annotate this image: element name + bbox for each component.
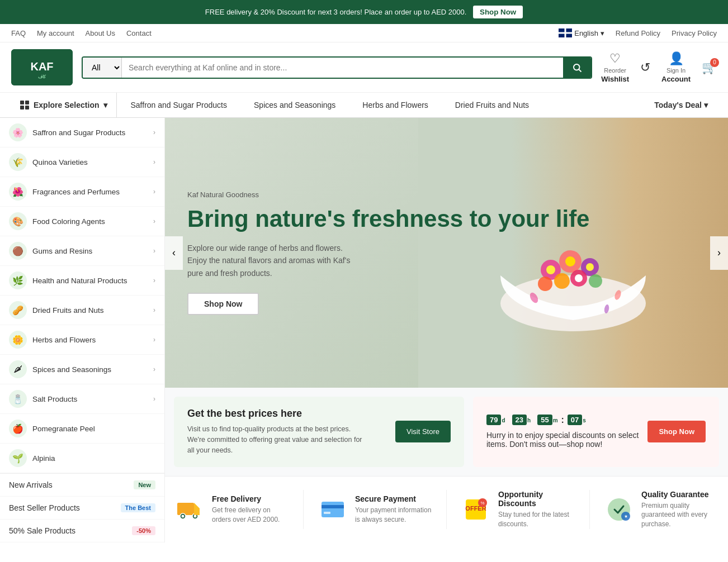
heart-icon: ♡ [609, 51, 621, 66]
hero-subtitle: Kaf Natural Goodness [187, 190, 706, 199]
cart-action[interactable]: 🛒 0 [702, 60, 717, 75]
search-category-select[interactable]: All [83, 58, 122, 78]
best-badge: The Best [121, 503, 155, 512]
sidebar-item-quinoa[interactable]: 🌾 Quinoa Varieties › [0, 147, 164, 177]
wishlist-action[interactable]: ♡ Reorder Wishlist [601, 51, 629, 83]
pomegranate-icon: 🍎 [9, 420, 27, 437]
sidebar-label-gums: Gums and Resins [32, 247, 148, 255]
secondary-nav-right: English ▾ Refund Policy Privacy Policy [559, 28, 717, 37]
sidebar-item-alpinia[interactable]: 🌱 Alpinia [0, 444, 164, 473]
herbs-icon: 🌼 [9, 331, 27, 349]
secondary-nav: FAQ My account About Us Contact English … [0, 24, 728, 42]
hero-description: Explore our wide range of herbs and flow… [187, 242, 355, 279]
sidebar-item-herbs[interactable]: 🌼 Herbs and Flowers › [0, 325, 164, 355]
feature-divider-1 [303, 490, 304, 529]
feature-quality-title: Quality Guarantee [641, 490, 719, 499]
hero-shop-now-button[interactable]: Shop Now [187, 293, 259, 315]
my-account-link[interactable]: My account [37, 29, 74, 37]
refund-policy-link[interactable]: Refund Policy [616, 29, 660, 37]
countdown-hours: 23 h [512, 415, 531, 425]
svg-point-24 [194, 515, 197, 517]
feature-opportunity-text: Opportunity Discounts Stay tuned for the… [498, 490, 576, 529]
svg-rect-20 [177, 503, 194, 515]
sidebar-label-pomegranate: Pomegranate Peel [32, 425, 155, 433]
sidebar-new-arrivals[interactable]: New Arrivals New [0, 474, 164, 497]
hero-prev-button[interactable]: ‹ [165, 236, 183, 270]
promo-shop-now-button[interactable]: Shop Now [647, 421, 706, 442]
sidebar-item-pomegranate[interactable]: 🍎 Pomegranate Peel [0, 414, 164, 444]
nav-spices[interactable]: Spices and Seasonings [240, 93, 349, 117]
feature-quality-desc: Premium quality guaranteed with every pu… [641, 501, 719, 529]
sidebar-item-dried-fruits[interactable]: 🥜 Dried Fruits and Nuts › [0, 296, 164, 325]
explore-button[interactable]: Explore Selection ▾ [11, 93, 117, 117]
logo-image: KAF كاف [11, 49, 73, 85]
search-button[interactable] [563, 58, 591, 78]
top-banner: FREE delivery & 20% Discount for next 3 … [0, 0, 728, 24]
sale-badge: -50% [132, 526, 155, 535]
nav-saffron[interactable]: Saffron and Sugar Products [117, 93, 240, 117]
contact-link[interactable]: Contact [126, 29, 152, 37]
salt-icon: 🧂 [9, 390, 27, 408]
delivery-icon [174, 494, 205, 525]
promo-left-card: Get the best prices here Visit us to fin… [174, 397, 464, 466]
svg-point-3 [574, 64, 580, 70]
logo[interactable]: KAF كاف [11, 49, 73, 85]
arrow-icon: › [153, 188, 155, 196]
arrow-icon: › [153, 247, 155, 255]
nav-dried-fruits[interactable]: Dried Fruits and Nuts [442, 93, 542, 117]
secure-payment-icon [317, 494, 348, 525]
arrow-icon: › [153, 306, 155, 314]
about-us-link[interactable]: About Us [86, 29, 115, 37]
svg-text:كاف: كاف [38, 74, 46, 79]
sale-label: 50% Sale Products [9, 526, 75, 535]
features-section: Free Delivery Get free delivery on order… [165, 476, 728, 542]
sidebar-item-food-coloring[interactable]: 🎨 Food Coloring Agents › [0, 207, 164, 236]
feature-opportunity-discounts: OFFER % Opportunity Discounts Stay tuned… [460, 490, 576, 529]
food-coloring-icon: 🎨 [9, 212, 27, 230]
todays-deal-button[interactable]: Today's Deal ▾ [645, 93, 717, 117]
lang-chevron-icon: ▾ [601, 29, 604, 37]
banner-shop-now-button[interactable]: Shop Now [473, 6, 523, 18]
nav-links: Saffron and Sugar Products Spices and Se… [117, 93, 645, 117]
sidebar-item-salt[interactable]: 🧂 Salt Products › [0, 384, 164, 414]
new-arrivals-label: New Arrivals [9, 480, 53, 489]
sidebar-best-seller[interactable]: Best Seller Products The Best [0, 497, 164, 520]
account-sub-label: Account [661, 75, 691, 83]
svg-text:★: ★ [624, 514, 628, 519]
sidebar-label-food-coloring: Food Coloring Agents [32, 217, 148, 226]
sidebar-item-fragrances[interactable]: 🌺 Fragrances and Perfumes › [0, 177, 164, 207]
feature-secure-payment-title: Secure Payment [355, 494, 433, 503]
reorder-action[interactable]: ↺ [640, 60, 650, 75]
sidebar-item-gums[interactable]: 🟤 Gums and Resins › [0, 236, 164, 266]
header: KAF كاف All ♡ Reorder Wishlist ↺ 👤 Sign … [0, 42, 728, 93]
search-input[interactable] [122, 58, 563, 78]
feature-free-delivery-title: Free Delivery [212, 494, 290, 503]
visit-store-button[interactable]: Visit Store [395, 421, 451, 442]
feature-secure-payment: Secure Payment Your payment information … [317, 490, 433, 529]
account-action[interactable]: 👤 Sign In Account [661, 51, 691, 83]
sidebar: 🌸 Saffron and Sugar Products › 🌾 Quinoa … [0, 118, 165, 542]
privacy-policy-link[interactable]: Privacy Policy [672, 29, 717, 37]
svg-line-4 [579, 69, 582, 72]
faq-link[interactable]: FAQ [11, 29, 26, 37]
nav-herbs[interactable]: Herbs and Flowers [349, 93, 442, 117]
hero-next-button[interactable]: › [710, 236, 728, 270]
sidebar-label-salt: Salt Products [32, 395, 148, 403]
svg-rect-26 [322, 505, 344, 508]
feature-divider-3 [589, 490, 590, 529]
language-selector[interactable]: English ▾ [559, 28, 604, 37]
uk-flag-icon [559, 28, 572, 37]
hours-value: 23 [512, 415, 527, 425]
arrow-icon: › [153, 128, 155, 136]
secondary-nav-left: FAQ My account About Us Contact [11, 29, 152, 37]
sidebar-item-saffron[interactable]: 🌸 Saffron and Sugar Products › [0, 118, 164, 147]
days-label: d [502, 417, 505, 423]
sidebar-item-spices[interactable]: 🌶 Spices and Seasonings › [0, 355, 164, 384]
grid-icon [20, 101, 29, 109]
sidebar-item-health[interactable]: 🌿 Health and Natural Products › [0, 266, 164, 296]
main-content: 🌸 Saffron and Sugar Products › 🌾 Quinoa … [0, 118, 728, 542]
feature-divider-2 [446, 490, 447, 529]
best-seller-label: Best Seller Products [9, 503, 80, 512]
sidebar-sale[interactable]: 50% Sale Products -50% [0, 520, 164, 542]
header-actions: ♡ Reorder Wishlist ↺ 👤 Sign In Account 🛒… [601, 51, 717, 83]
